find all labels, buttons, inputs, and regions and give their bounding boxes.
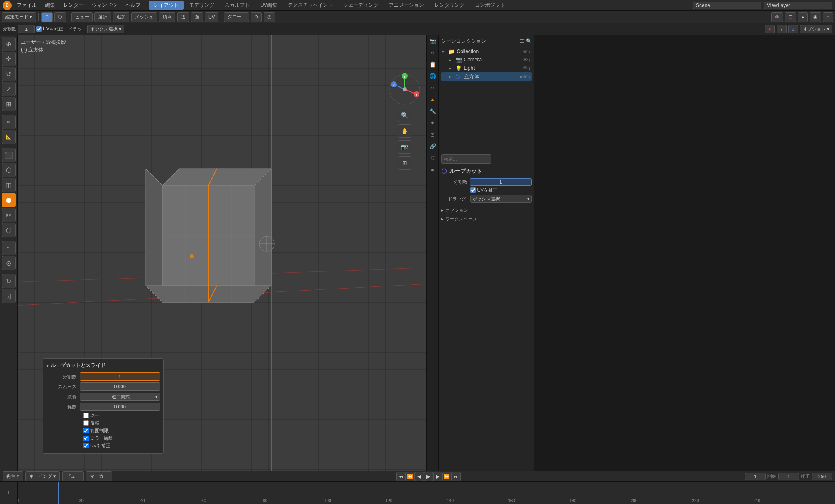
shading-rendered[interactable]: ○: [823, 12, 833, 22]
mirror-checkbox[interactable]: [83, 436, 89, 441]
annotate-tool[interactable]: ✏: [2, 115, 16, 129]
next-keyframe-btn[interactable]: ⏩: [442, 472, 452, 481]
scene-props-icon[interactable]: 🌐: [427, 70, 439, 82]
cursor-tool[interactable]: ⊕: [2, 37, 16, 51]
transform-type[interactable]: グロー...: [224, 12, 249, 22]
uv-correct-checkbox-label[interactable]: UVを補正: [36, 26, 63, 32]
light-select-btn[interactable]: ↓: [528, 66, 531, 71]
tab-layout[interactable]: レイアウト: [149, 1, 184, 10]
menu-help[interactable]: ヘルプ: [122, 1, 144, 10]
object-props-icon[interactable]: ▲: [427, 94, 439, 105]
camera-select-btn[interactable]: ↓: [528, 57, 531, 62]
playback-menu[interactable]: 再生 ▾: [3, 471, 23, 481]
timeline-view-menu[interactable]: ビュー: [62, 471, 84, 481]
flip-checkbox-label[interactable]: 反転: [83, 420, 99, 426]
ortho-view-btn[interactable]: ⊞: [398, 156, 411, 170]
uniform-checkbox-label[interactable]: 均一: [83, 413, 99, 419]
timeline-main[interactable]: 1 1 20 40 60 80 100 120 140 160 180 200 …: [0, 482, 835, 504]
scale-tool[interactable]: ⤢: [2, 82, 16, 96]
outliner-search-btn[interactable]: 🔍: [526, 38, 532, 44]
menu-render[interactable]: レンダー: [60, 1, 87, 10]
constraints-props-icon[interactable]: 🔗: [427, 140, 439, 152]
tab-compositing[interactable]: コンポジット: [470, 1, 510, 10]
shading-material[interactable]: ◉: [810, 12, 821, 22]
options-btn[interactable]: オプション ▾: [800, 25, 832, 33]
select-menu[interactable]: 選択: [94, 12, 111, 22]
prop-uv-label[interactable]: UVを補正: [470, 187, 497, 193]
camera-hide-btn[interactable]: 👁: [523, 57, 528, 62]
smooth-tool[interactable]: ~: [2, 241, 16, 255]
add-cube-tool[interactable]: ⬛: [2, 148, 16, 162]
modifier-props-icon[interactable]: 🔧: [427, 105, 439, 117]
axis-x-btn[interactable]: X: [765, 25, 775, 33]
drag-type-dropdown[interactable]: ボックス選択 ▾: [87, 25, 124, 33]
world-props-icon[interactable]: ○: [427, 82, 439, 94]
uv-correct-checkbox[interactable]: [36, 26, 42, 32]
navigation-gizmo[interactable]: Y X Z: [388, 73, 421, 106]
outliner-filter-btn[interactable]: ☰: [520, 38, 524, 44]
current-frame-input[interactable]: [745, 473, 766, 480]
next-frame-btn[interactable]: ▶: [433, 472, 442, 481]
prev-keyframe-btn[interactable]: ⏪: [406, 472, 415, 481]
uniform-checkbox[interactable]: [83, 413, 89, 418]
clamp-checkbox[interactable]: [83, 428, 89, 433]
inset-tool[interactable]: ◫: [2, 178, 16, 192]
move-tool[interactable]: ✛: [2, 52, 16, 66]
factor-input[interactable]: [80, 403, 160, 411]
falloff-dropdown[interactable]: ⌒ 逆二乗式 ▾: [80, 393, 160, 401]
prev-frame-btn[interactable]: ◀: [415, 472, 424, 481]
knife-tool[interactable]: ✂: [2, 208, 16, 222]
zoom-in-btn[interactable]: 🔍: [398, 109, 411, 122]
xray-btn[interactable]: ⊟: [785, 12, 796, 22]
tree-row-light[interactable]: ▸ 💡 Light 👁 ↓: [441, 64, 532, 72]
axis-y-btn[interactable]: Y: [777, 25, 787, 33]
overlays-btn[interactable]: 👁: [771, 12, 783, 22]
cube-select-btn[interactable]: ↓: [528, 74, 531, 79]
timeline-track[interactable]: 1 20 40 60 80 100 120 140 160 180 200 22…: [18, 482, 835, 504]
tab-shading[interactable]: シェーディング: [338, 1, 383, 10]
keyframe-start-btn[interactable]: ⏮: [396, 472, 406, 481]
view-layer-props-icon[interactable]: 📋: [427, 58, 439, 70]
light-hide-btn[interactable]: 👁: [523, 66, 528, 71]
prop-section-workspace[interactable]: ▸ ワークスペース: [441, 215, 532, 223]
face-menu[interactable]: 面: [191, 12, 203, 22]
transform-tool[interactable]: ⊞: [2, 97, 16, 111]
particles-props-icon[interactable]: ✦: [427, 117, 439, 129]
pivot-btn[interactable]: ⬡: [54, 12, 66, 22]
keying-menu[interactable]: キーイング ▾: [25, 471, 60, 481]
tab-rendering[interactable]: レンダリング: [429, 1, 470, 10]
vertex-menu[interactable]: 頂点: [159, 12, 175, 22]
bevel-tool[interactable]: ⬡: [2, 223, 16, 237]
shrink-tool[interactable]: ⊙: [2, 256, 16, 270]
tab-animation[interactable]: アニメーション: [384, 1, 429, 10]
data-props-icon[interactable]: ▽: [427, 152, 439, 164]
scene-selector[interactable]: [693, 2, 761, 9]
tab-uv[interactable]: UV編集: [255, 1, 282, 10]
start-frame-input[interactable]: [778, 473, 799, 480]
prop-section-options[interactable]: ▸ オプション: [441, 206, 532, 215]
view-layer-selector[interactable]: [764, 2, 832, 9]
uv-checkbox[interactable]: [83, 443, 89, 448]
prop-drag-dropdown[interactable]: ボックス選択 ▾: [470, 195, 532, 203]
uv-menu[interactable]: UV: [205, 12, 218, 22]
tab-sculpt[interactable]: スカルプト: [220, 1, 255, 10]
timeline-marker-menu[interactable]: マーカー: [86, 471, 112, 481]
subdivisions-input[interactable]: [18, 25, 35, 33]
subdivisions-panel-input[interactable]: [80, 372, 160, 381]
tree-row-collection[interactable]: ▾ 📁 Collection 👁 ↓: [441, 47, 532, 56]
tree-row-camera[interactable]: ▸ 📷 Camera 👁 ↓: [441, 56, 532, 64]
panel-header[interactable]: ▾ ループカットとスライド: [46, 362, 160, 369]
add-menu[interactable]: 追加: [113, 12, 129, 22]
prop-uv-checkbox[interactable]: [470, 187, 476, 193]
camera-view-btn[interactable]: 📷: [398, 140, 411, 154]
render-props-icon[interactable]: 📷: [427, 35, 439, 47]
cube-hide-btn[interactable]: 👁: [523, 74, 528, 79]
tree-row-cube[interactable]: ▸ ⬡ 立方体 ≡ 👁 ↓: [441, 72, 532, 81]
output-props-icon[interactable]: 🖨: [427, 47, 439, 58]
spin-tool[interactable]: ↻: [2, 274, 16, 288]
extrude-tool[interactable]: ⬡: [2, 163, 16, 177]
mode-selector[interactable]: 編集モード ▾: [2, 12, 36, 22]
collection-select-btn[interactable]: ↓: [528, 49, 531, 54]
shading-solid[interactable]: ●: [798, 12, 808, 22]
keyframe-end-btn[interactable]: ⏭: [452, 472, 461, 481]
